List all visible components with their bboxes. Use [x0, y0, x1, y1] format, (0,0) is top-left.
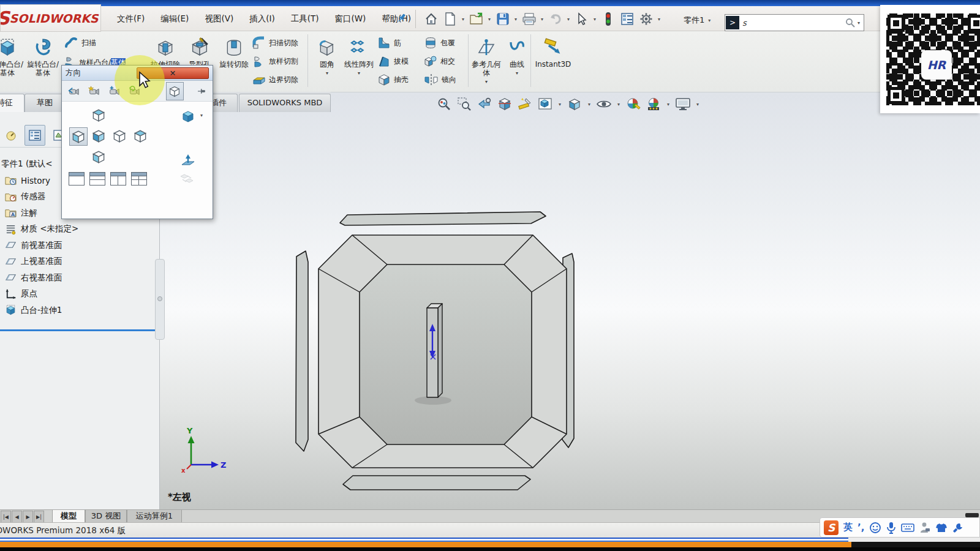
wrench-icon[interactable]: [952, 522, 963, 533]
ime-logo[interactable]: S: [824, 520, 839, 535]
open-dropdown-arrow[interactable]: ▾: [487, 17, 492, 22]
sketch-tools-icon[interactable]: [517, 96, 533, 112]
ribbon-reference-geometry-button[interactable]: 参考几何体 ▾: [469, 33, 503, 84]
model-left-view[interactable]: Y Z x: [159, 92, 980, 509]
open-button[interactable]: [468, 11, 484, 27]
display-style-icon[interactable]: [567, 96, 582, 112]
save-button[interactable]: [494, 11, 511, 27]
search-input[interactable]: s: [740, 18, 845, 28]
isometric-view-button[interactable]: [179, 108, 197, 125]
single-viewport-button[interactable]: [68, 170, 85, 187]
new-view-camera-icon[interactable]: [68, 85, 80, 97]
tab-scroll-first[interactable]: |◀: [1, 511, 11, 523]
toolbox-person-icon[interactable]: [919, 522, 930, 534]
home-button[interactable]: [423, 11, 439, 27]
top-view-button[interactable]: [90, 107, 107, 124]
view-orientation-dropdown[interactable]: ▾: [557, 102, 562, 107]
graphics-viewport[interactable]: ▾ ▾ ▾ ▾ ▾: [159, 92, 980, 509]
tab-sketch[interactable]: 草图: [24, 94, 65, 112]
ribbon-sweep-button[interactable]: 扫描: [64, 36, 96, 50]
ribbon-intersect-button[interactable]: 相交: [424, 54, 455, 69]
tree-item-front-plane[interactable]: 前视基准面: [0, 238, 158, 254]
fillet-dropdown-arrow[interactable]: ▾: [310, 70, 344, 76]
ribbon-fillet-button[interactable]: 圆角 ▾: [310, 33, 344, 76]
undo-button[interactable]: [547, 11, 564, 27]
ime-punctuation-toggle[interactable]: ’,: [858, 522, 864, 533]
tree-item-top-plane[interactable]: 上视基准面: [0, 253, 158, 270]
two-viewport-horizontal-button[interactable]: [89, 170, 106, 187]
bottom-view-button[interactable]: [90, 148, 107, 165]
document-dropdown-arrow[interactable]: ▾: [707, 18, 712, 23]
menu-edit[interactable]: 编辑(E): [153, 10, 197, 27]
options-dropdown-arrow[interactable]: ▾: [657, 17, 662, 22]
menu-tools[interactable]: 工具(T): [283, 10, 327, 27]
keyboard-icon[interactable]: [901, 523, 914, 533]
ribbon-instant3d-button[interactable]: Instant3D: [533, 33, 573, 69]
ribbon-revolved-cut-button[interactable]: 旋转切除: [217, 33, 251, 69]
tab-features[interactable]: 特征: [0, 94, 24, 112]
tab-scroll-next[interactable]: ▶: [23, 511, 33, 523]
previous-view-icon[interactable]: [477, 96, 492, 112]
two-viewport-vertical-button[interactable]: [110, 170, 127, 187]
hide-show-items-icon[interactable]: [596, 96, 612, 112]
linear-pattern-dropdown-arrow[interactable]: ▾: [342, 70, 376, 76]
view-orientation-icon[interactable]: [537, 96, 553, 112]
splitter-knob[interactable]: [157, 296, 162, 301]
ribbon-wrap-button[interactable]: 包覆: [424, 36, 455, 50]
rollback-bar[interactable]: [0, 329, 158, 331]
panel-splitter[interactable]: [155, 259, 165, 340]
reference-geometry-dropdown-arrow[interactable]: ▾: [469, 79, 503, 84]
tree-item-origin[interactable]: 原点: [0, 286, 158, 302]
ribbon-linear-pattern-button[interactable]: 线性阵列 ▾: [342, 33, 376, 76]
tree-item-right-plane[interactable]: 右视基准面: [0, 270, 158, 287]
apply-scene-icon[interactable]: [646, 96, 662, 112]
panel-tab-misc-icon[interactable]: [1, 126, 21, 145]
right-view-button[interactable]: [111, 127, 128, 144]
ime-language-toggle[interactable]: 英: [843, 522, 853, 533]
ribbon-shell-button[interactable]: 抽壳: [377, 72, 409, 87]
front-view-button[interactable]: [90, 127, 107, 144]
save-dropdown-arrow[interactable]: ▾: [513, 17, 518, 22]
normal-to-button[interactable]: [179, 152, 197, 169]
search-magnifier[interactable]: ▾: [845, 18, 864, 28]
ime-minimize-notch[interactable]: [965, 513, 979, 517]
pin-icon[interactable]: [197, 86, 206, 97]
view-selector-cube-button[interactable]: [166, 82, 184, 100]
ribbon-draft-button[interactable]: 拔模: [377, 54, 409, 69]
options-gear-icon[interactable]: [638, 11, 654, 27]
left-view-button-selected[interactable]: [69, 127, 88, 146]
menu-window[interactable]: 窗口(W): [326, 10, 374, 27]
ribbon-lofted-cut-button[interactable]: 放样切割: [252, 54, 298, 69]
print-dropdown-arrow[interactable]: ▾: [540, 17, 545, 22]
four-viewport-button[interactable]: [130, 170, 148, 187]
zoom-to-fit-icon[interactable]: [436, 96, 452, 112]
ribbon-rib-button[interactable]: 筋: [377, 36, 401, 50]
ribbon-hole-wizard-button[interactable]: 异型孔: [183, 33, 217, 69]
tab-solidworks-mbd[interactable]: SOLIDWORKS MBD: [239, 94, 331, 112]
apply-scene-dropdown[interactable]: ▾: [666, 102, 671, 107]
display-style-dropdown[interactable]: ▾: [587, 102, 592, 107]
back-view-button[interactable]: [132, 127, 149, 144]
tab-motion-study[interactable]: 运动算例1: [127, 510, 182, 523]
tab-model[interactable]: 模型: [52, 510, 85, 523]
menu-view[interactable]: 视图(V): [197, 10, 241, 27]
rebuild-trafficlight-icon[interactable]: [600, 11, 616, 27]
new-dropdown-arrow[interactable]: ▾: [461, 17, 466, 22]
view-settings-dropdown[interactable]: ▾: [695, 102, 700, 107]
search-box[interactable]: > s ▾: [725, 14, 864, 31]
add-view-camera-icon[interactable]: [88, 85, 100, 97]
search-dropdown-arrow[interactable]: ▾: [856, 20, 861, 26]
tree-item-boss-extrude[interactable]: 凸台-拉伸1: [0, 302, 158, 319]
video-progress-bar[interactable]: [0, 542, 980, 547]
ribbon-curves-button[interactable]: 曲线 ▾: [505, 33, 529, 76]
select-button[interactable]: [573, 11, 590, 27]
skin-shirt-icon[interactable]: [935, 522, 948, 533]
new-document-button[interactable]: [442, 11, 458, 27]
select-dropdown-arrow[interactable]: ▾: [592, 17, 597, 22]
hide-show-dropdown[interactable]: ▾: [616, 102, 621, 107]
print-button[interactable]: [521, 11, 537, 27]
curves-dropdown-arrow[interactable]: ▾: [505, 70, 529, 76]
edit-appearance-icon[interactable]: [625, 96, 641, 112]
menu-file[interactable]: 文件(F): [109, 10, 153, 27]
view-settings-icon[interactable]: [675, 96, 691, 112]
